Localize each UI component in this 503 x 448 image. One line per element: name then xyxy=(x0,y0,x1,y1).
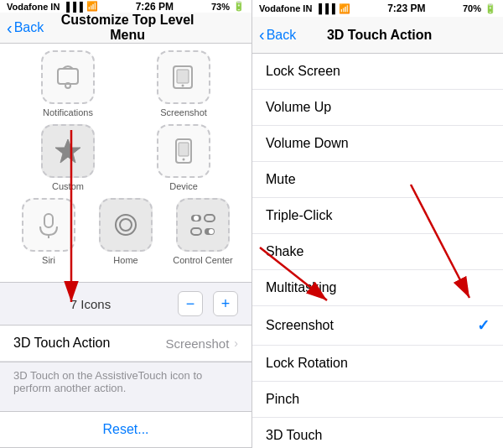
menu-item-5[interactable]: Shake xyxy=(252,234,503,270)
left-status-right: 73% 🔋 xyxy=(211,1,245,12)
icon-siri[interactable]: Siri xyxy=(15,198,82,265)
menu-item-4[interactable]: Triple-Click xyxy=(252,198,503,234)
toggle-icon xyxy=(188,210,218,240)
left-chevron-icon: ‹ xyxy=(7,18,13,38)
menu-item-9[interactable]: Pinch xyxy=(252,382,503,418)
icon-box-control-center[interactable] xyxy=(176,198,230,252)
icon-screenshot[interactable]: Screenshot xyxy=(150,50,217,117)
icon-custom[interactable]: Custom xyxy=(34,124,101,191)
menu-item-2[interactable]: Volume Down xyxy=(252,126,503,162)
settings-description-text: 3D Touch on the AssistiveTouch icon to p… xyxy=(13,369,202,394)
left-time: 7:26 PM xyxy=(136,1,174,13)
menu-item-10[interactable]: 3D Touch xyxy=(252,418,503,448)
reset-button[interactable]: Reset... xyxy=(102,422,148,436)
svg-marker-5 xyxy=(55,139,80,163)
icon-home[interactable]: Home xyxy=(92,198,159,265)
icon-siri-label: Siri xyxy=(42,255,55,265)
right-status-right: 70% 🔋 xyxy=(463,3,496,14)
left-status-left: Vodafone IN ▐▐▐ 📶 xyxy=(7,1,98,12)
star-icon xyxy=(53,136,83,166)
icon-notifications-label: Notifications xyxy=(43,107,93,117)
3d-touch-action-row[interactable]: 3D Touch Action Screenshot › xyxy=(0,326,252,362)
device-icon xyxy=(169,136,199,166)
svg-rect-3 xyxy=(177,70,189,83)
stepper-minus-button[interactable]: − xyxy=(178,291,203,316)
mic-icon xyxy=(34,210,64,240)
icons-row-3: Siri Home xyxy=(10,198,241,265)
svg-point-8 xyxy=(183,159,185,161)
left-status-bar: Vodafone IN ▐▐▐ 📶 7:26 PM 73% 🔋 xyxy=(0,0,252,13)
right-wifi-icon: 📶 xyxy=(339,3,350,14)
menu-item-label-8: Lock Rotation xyxy=(266,356,490,371)
icon-device-label: Device xyxy=(169,181,198,191)
right-panel: Vodafone IN ▐▐▐ 📶 7:23 PM 70% 🔋 ‹ Back 3… xyxy=(252,0,503,448)
menu-item-label-6: Multitasking xyxy=(266,280,490,295)
menu-item-1[interactable]: Volume Up xyxy=(252,90,503,126)
menu-item-label-5: Shake xyxy=(266,244,490,259)
right-nav-title: 3D Touch Action xyxy=(296,28,463,43)
home-icon xyxy=(111,210,141,240)
icon-box-notifications[interactable] xyxy=(41,50,95,104)
icon-box-screenshot[interactable] xyxy=(157,50,210,104)
icons-grid: Notifications Screenshot xyxy=(0,44,252,283)
settings-description: 3D Touch on the AssistiveTouch icon to p… xyxy=(0,362,252,404)
icon-control-center[interactable]: Control Center xyxy=(169,198,236,265)
right-carrier: Vodafone IN xyxy=(259,3,312,13)
right-time: 7:23 PM xyxy=(387,3,425,14)
left-nav-title: Customize Top Level Menu xyxy=(44,13,211,43)
icons-count-row: 7 Icons − + xyxy=(0,283,252,325)
icon-device[interactable]: Device xyxy=(150,124,217,191)
icon-notifications[interactable]: Notifications xyxy=(34,50,101,117)
icons-row-1: Notifications Screenshot xyxy=(10,50,241,117)
3d-touch-action-label: 3D Touch Action xyxy=(13,336,165,351)
svg-rect-7 xyxy=(179,143,189,156)
svg-point-11 xyxy=(116,215,136,235)
menu-item-label-2: Volume Down xyxy=(266,136,490,151)
svg-rect-9 xyxy=(44,214,53,227)
svg-point-18 xyxy=(209,229,214,234)
left-battery: 73% xyxy=(211,2,230,12)
icon-box-home[interactable] xyxy=(99,198,153,252)
chevron-right-icon: › xyxy=(234,336,238,350)
menu-item-0[interactable]: Lock Screen xyxy=(252,54,503,90)
left-wifi-icon: 📶 xyxy=(86,1,98,12)
icon-custom-label: Custom xyxy=(52,181,84,191)
right-signal-icon: ▐▐▐ xyxy=(315,3,334,13)
menu-item-label-10: 3D Touch xyxy=(266,428,490,443)
icon-box-device[interactable] xyxy=(157,124,210,178)
left-nav-bar: ‹ Back Customize Top Level Menu xyxy=(0,13,252,44)
right-battery-icon: 🔋 xyxy=(485,3,496,14)
right-nav-bar: ‹ Back 3D Touch Action xyxy=(252,17,503,54)
menu-item-3[interactable]: Mute xyxy=(252,162,503,198)
left-signal-icon: ▐▐▐ xyxy=(63,2,82,12)
stepper-plus-button[interactable]: + xyxy=(213,291,238,316)
right-battery: 70% xyxy=(463,3,481,13)
right-back-button[interactable]: ‹ Back xyxy=(259,25,296,44)
notification-icon xyxy=(53,62,83,92)
left-back-button[interactable]: ‹ Back xyxy=(7,18,44,38)
svg-point-12 xyxy=(120,219,132,231)
right-status-bar: Vodafone IN ▐▐▐ 📶 7:23 PM 70% 🔋 xyxy=(252,0,503,17)
svg-rect-15 xyxy=(191,228,201,235)
icons-row-2: Custom Device xyxy=(10,124,241,191)
menu-item-label-3: Mute xyxy=(266,172,490,187)
menu-item-label-4: Triple-Click xyxy=(266,208,490,223)
reset-section: Reset... xyxy=(0,411,252,448)
menu-item-8[interactable]: Lock Rotation xyxy=(252,346,503,382)
menu-item-7[interactable]: Screenshot✓ xyxy=(252,306,503,346)
left-carrier: Vodafone IN xyxy=(7,2,60,12)
svg-rect-14 xyxy=(205,215,215,221)
svg-point-17 xyxy=(194,216,199,221)
icon-box-siri[interactable] xyxy=(22,198,75,252)
right-status-left: Vodafone IN ▐▐▐ 📶 xyxy=(259,3,350,14)
left-panel: Vodafone IN ▐▐▐ 📶 7:26 PM 73% 🔋 ‹ Back C… xyxy=(0,0,252,448)
icon-control-center-label: Control Center xyxy=(173,255,233,265)
menu-item-label-1: Volume Up xyxy=(266,100,490,115)
svg-rect-0 xyxy=(58,69,78,84)
right-back-label: Back xyxy=(267,28,297,43)
right-chevron-icon: ‹ xyxy=(259,25,265,44)
svg-point-4 xyxy=(182,85,184,87)
icon-box-custom[interactable] xyxy=(41,124,95,178)
settings-section: 3D Touch Action Screenshot › xyxy=(0,325,252,362)
menu-item-6[interactable]: Multitasking xyxy=(252,270,503,306)
